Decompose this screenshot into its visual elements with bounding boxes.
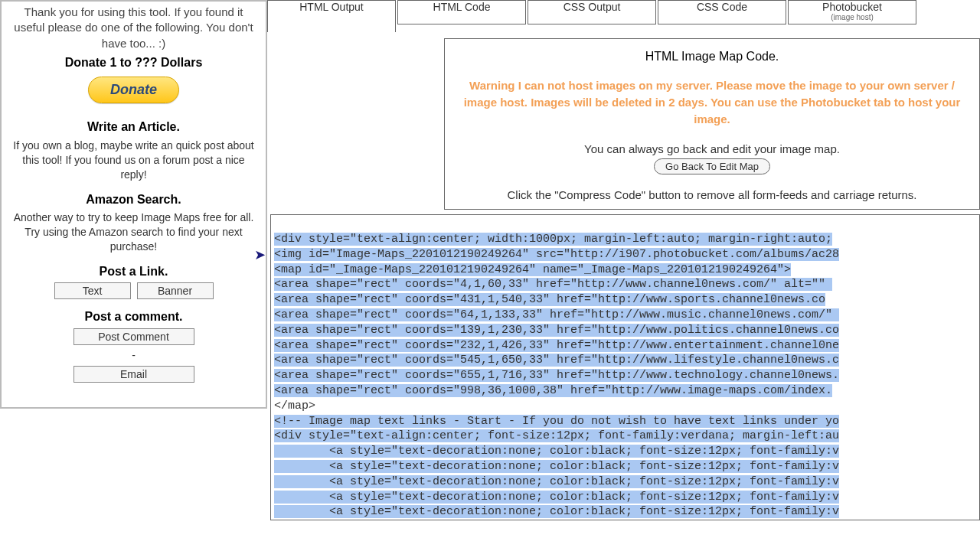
tab-label: CSS Output: [564, 1, 621, 13]
tab-label: CSS Code: [697, 1, 747, 13]
compress-text: Click the "Compress Code" button to remo…: [456, 188, 969, 201]
donate-button[interactable]: Donate: [88, 77, 179, 103]
tab-label: HTML Code: [433, 1, 491, 13]
goback-text: You can always go back and edit your ima…: [456, 142, 969, 155]
email-button[interactable]: Email: [74, 366, 194, 383]
tab-label: HTML Output: [299, 1, 364, 13]
tab-photobucket[interactable]: Photobucket (image host): [788, 0, 916, 24]
tab-html-output[interactable]: HTML Output: [267, 0, 396, 32]
main-area: HTML Output HTML Code CSS Output CSS Cod…: [267, 0, 980, 551]
sidebar: Thank you for using this tool. If you fo…: [0, 0, 267, 409]
donate-heading: Donate 1 to ??? Dollars: [9, 54, 258, 71]
tab-bar: HTML Output HTML Code CSS Output CSS Cod…: [267, 0, 980, 32]
panel-title: HTML Image Map Code.: [456, 50, 969, 64]
banner-link-button[interactable]: Banner: [137, 282, 214, 299]
postlink-heading: Post a Link.: [9, 263, 258, 280]
post-comment-button[interactable]: Post Comment: [74, 328, 194, 345]
article-body: If you own a blog, maybe write an quick …: [9, 139, 258, 182]
comment-heading: Post a comment.: [9, 308, 258, 325]
go-back-button[interactable]: Go Back To Edit Map: [654, 158, 770, 174]
article-heading: Write an Article.: [9, 119, 258, 135]
dash: -: [9, 348, 258, 363]
code-output[interactable]: <div style="text-align:center; width:100…: [270, 214, 980, 520]
tab-css-output[interactable]: CSS Output: [528, 0, 656, 24]
warning-text: Warning I can not host images on my serv…: [456, 77, 969, 127]
amazon-body: Another way to try to keep Image Maps fr…: [9, 210, 258, 254]
tab-css-code[interactable]: CSS Code: [658, 0, 786, 24]
amazon-heading: Amazon Search.: [9, 191, 258, 208]
tab-html-code[interactable]: HTML Code: [397, 0, 526, 24]
tab-sublabel: (image host): [831, 13, 874, 21]
text-link-button[interactable]: Text: [54, 282, 131, 299]
intro-text: Thank you for using this tool. If you fo…: [9, 5, 258, 51]
content-panel: HTML Image Map Code. Warning I can not h…: [444, 38, 980, 210]
tab-label: Photobucket: [822, 1, 882, 13]
